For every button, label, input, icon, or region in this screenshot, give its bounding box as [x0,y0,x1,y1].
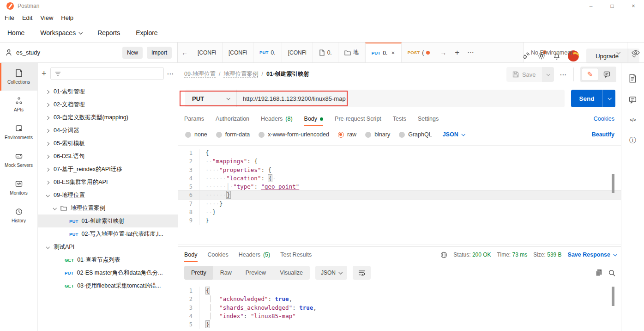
nav-home[interactable]: Home [7,29,24,37]
tree-item[interactable]: 05-索引模板 [38,137,178,150]
save-caret[interactable] [542,67,554,82]
cookies-link[interactable]: Cookies [594,112,614,126]
workspace-name[interactable]: es_study [16,49,40,56]
response-body-editor[interactable]: 1{2 │ "acknowledged": true,3 │ "shards_a… [178,283,621,331]
view-raw[interactable]: Raw [213,266,239,280]
radio-form-data[interactable]: form-data [216,131,250,138]
documentation-icon[interactable] [629,74,637,83]
tab-headers[interactable]: Headers(8) [261,112,293,126]
send-button[interactable]: Send [571,90,615,107]
tab-settings[interactable]: Settings [418,112,439,126]
method-selector[interactable]: PUT [185,90,237,107]
environment-selector[interactable]: No Environment [523,43,627,62]
comment-mode-button[interactable] [598,68,615,81]
request-tab[interactable]: [CONFl [223,43,253,62]
breadcrumb-folder[interactable]: 地理位置案例 [224,70,259,78]
comments-icon[interactable] [629,96,637,104]
response-tab-test-results[interactable]: Test Results [280,248,312,262]
tree-item-expanded[interactable]: 测试API [38,240,178,253]
request-tab[interactable]: [CONFl [192,43,223,62]
response-format-dropdown[interactable]: JSON [315,266,347,280]
menu-edit[interactable]: Edit [22,14,32,21]
add-collection-button[interactable]: + [42,69,47,79]
menu-help[interactable]: Help [61,14,73,21]
environment-quick-look-button[interactable] [627,43,644,62]
tab-params[interactable]: Params [184,112,204,126]
url-input[interactable]: http://192.168.1.123:9200/linux85-map [237,90,565,107]
copy-icon[interactable] [596,269,602,276]
tree-item[interactable]: 04-分词器 [38,124,178,137]
edit-mode-button[interactable]: ✎ [582,68,598,81]
tab-body[interactable]: Body [304,112,324,126]
tree-request[interactable]: PUT02-ES master角色和data角色分... [38,266,178,279]
radio-graphql[interactable]: GraphQL [399,131,432,138]
tree-item-expanded[interactable]: 09-地理位置 [38,189,178,202]
tree-folder-expanded[interactable]: 地理位置案例 [38,202,178,215]
save-button[interactable]: Save [506,67,554,82]
response-tab-cookies[interactable]: Cookies [208,248,229,262]
tree-request[interactable]: PUT02-写入地理位置-lat代表纬度,l... [38,227,178,240]
search-response-icon[interactable] [608,270,615,276]
request-tab[interactable]: PUT0. [253,43,282,62]
beautify-link[interactable]: Beautify [592,129,614,140]
request-more-button[interactable]: ••• [560,73,567,77]
import-button[interactable]: Import [147,47,172,59]
radio-binary[interactable]: binary [365,131,390,138]
tree-item[interactable]: 01-索引管理 [38,85,178,98]
request-tab[interactable]: POST( [402,43,437,62]
tree-item[interactable]: 07-基于_reindex的API迁移 [38,163,178,176]
rail-history[interactable]: History [0,202,37,229]
tree-request[interactable]: GET03-使用filebeat采集tomcat的错... [38,279,178,292]
response-editor-scrollbar[interactable] [612,287,614,306]
rail-mock-servers[interactable]: Mock Servers [0,146,37,174]
tab-more-button[interactable]: ••• [464,43,478,62]
rail-collections[interactable]: Collections [0,63,37,91]
tab-back-arrow[interactable]: ← [178,43,192,62]
request-tab[interactable]: 0. [313,43,338,62]
request-tab[interactable]: 地 [338,43,365,62]
rail-monitors[interactable]: Monitors [0,174,37,202]
tree-request[interactable]: GET01-查看节点列表 [38,253,178,266]
tab-pre-request-script[interactable]: Pre-request Script [335,112,381,126]
tab-forward-arrow[interactable]: → [436,43,450,62]
body-format-dropdown[interactable]: JSON [443,131,464,138]
maximize-button[interactable]: □ [602,0,623,12]
request-editor-scrollbar[interactable] [612,174,614,193]
tree-item[interactable]: 08-ES集群常用的API [38,176,178,189]
request-tab[interactable]: [CONFl [282,43,313,62]
breadcrumb-collection[interactable]: 09-地理位置 [184,70,216,78]
response-tab-headers[interactable]: Headers(5) [239,248,271,262]
menu-view[interactable]: View [40,14,53,21]
nav-reports[interactable]: Reports [97,29,120,37]
request-tab-active[interactable]: PUT0.✕ [365,43,402,62]
view-pretty[interactable]: Pretty [184,266,213,280]
nav-workspaces[interactable]: Workspaces [40,29,82,37]
new-tab-button[interactable]: + [450,43,464,62]
tree-item[interactable]: 06-DSL语句 [38,150,178,163]
response-tab-body[interactable]: Body [184,248,198,262]
tab-tests[interactable]: Tests [393,112,406,126]
info-icon[interactable]: ⓘ [629,136,636,145]
request-body-editor[interactable]: 1{2··"mappings": {3····"properties": {4·… [178,145,621,245]
view-visualize[interactable]: Visualize [273,266,310,280]
save-response-button[interactable]: Save Response [568,251,616,258]
menu-file[interactable]: File [5,14,14,21]
rail-environments[interactable]: Environments [0,118,37,146]
tab-close-icon[interactable]: ✕ [391,50,395,55]
tree-item[interactable]: 02-文档管理 [38,98,178,111]
radio-none[interactable]: none [185,131,207,138]
tree-request-selected[interactable]: PUT01-创建索引映射 [38,215,178,227]
code-snippet-icon[interactable]: </> [630,117,636,123]
send-caret[interactable] [602,90,615,107]
new-button[interactable]: New [122,47,143,59]
view-preview[interactable]: Preview [239,266,273,280]
collection-filter-input[interactable] [50,67,164,80]
minimize-button[interactable]: – [580,0,602,12]
radio-raw[interactable]: raw [338,131,356,138]
tab-authorization[interactable]: Authorization [216,112,249,126]
wrap-lines-button[interactable] [353,266,371,280]
tree-item[interactable]: 03-自定义数据类型(mapping) [38,111,178,124]
nav-explore[interactable]: Explore [136,29,157,37]
rail-apis[interactable]: APIs [0,91,37,118]
sidebar-more-button[interactable]: ••• [168,72,174,76]
